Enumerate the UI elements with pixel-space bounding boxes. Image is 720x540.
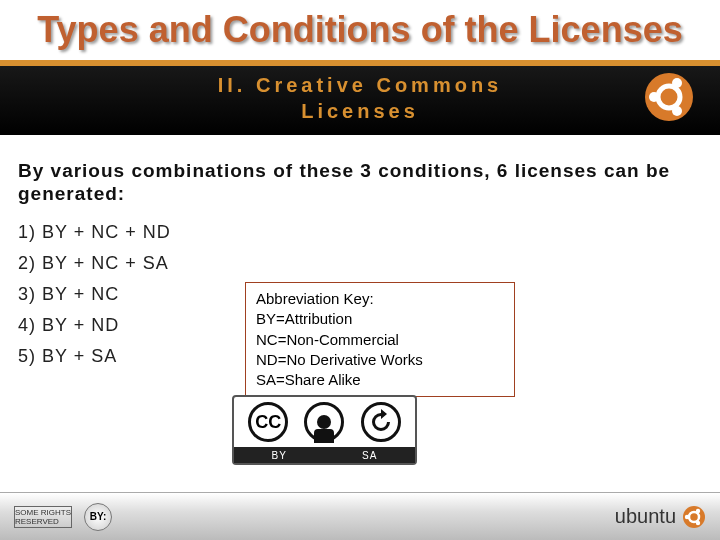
badge-by-label: BY bbox=[272, 450, 287, 461]
svg-point-4 bbox=[672, 106, 682, 116]
cc-icon: CC bbox=[248, 402, 288, 442]
ubuntu-text: ubuntu bbox=[615, 505, 676, 528]
section-header-text: II. Creative Commons Licenses bbox=[0, 60, 720, 124]
key-line: ND=No Derivative Works bbox=[256, 350, 504, 370]
key-line: BY=Attribution bbox=[256, 309, 504, 329]
key-line: SA=Share Alike bbox=[256, 370, 504, 390]
svg-point-3 bbox=[672, 78, 682, 88]
list-item: 2) BY + NC + SA bbox=[18, 253, 720, 274]
header-line-2: Licenses bbox=[0, 98, 720, 124]
svg-point-2 bbox=[649, 92, 659, 102]
key-heading: Abbreviation Key: bbox=[256, 289, 504, 309]
svg-point-8 bbox=[696, 508, 700, 512]
key-line: NC=Non-Commercial bbox=[256, 330, 504, 350]
slide-title: Types and Conditions of the Licenses bbox=[0, 0, 720, 55]
svg-point-9 bbox=[696, 520, 700, 524]
section-header-band: II. Creative Commons Licenses bbox=[0, 60, 720, 135]
ubuntu-footer-logo-icon bbox=[682, 505, 706, 529]
abbreviation-key-box: Abbreviation Key: BY=Attribution NC=Non-… bbox=[245, 282, 515, 397]
cc-license-badge: CC BY SA bbox=[232, 395, 417, 465]
sa-icon bbox=[361, 402, 401, 442]
header-line-1: II. Creative Commons bbox=[0, 72, 720, 98]
ubuntu-logo-icon bbox=[644, 72, 694, 122]
badge-sa-label: SA bbox=[362, 450, 377, 461]
footer-brand: ubuntu bbox=[615, 505, 706, 529]
footer-bar: SOME RIGHTS RESERVED BY: ubuntu bbox=[0, 492, 720, 540]
by-icon bbox=[304, 402, 344, 442]
list-item: 1) BY + NC + ND bbox=[18, 222, 720, 243]
intro-text: By various combinations of these 3 condi… bbox=[0, 135, 720, 217]
by-attribution-icon: BY: bbox=[84, 503, 112, 531]
svg-point-7 bbox=[685, 514, 689, 518]
rights-reserved-badge: SOME RIGHTS RESERVED bbox=[14, 506, 72, 528]
